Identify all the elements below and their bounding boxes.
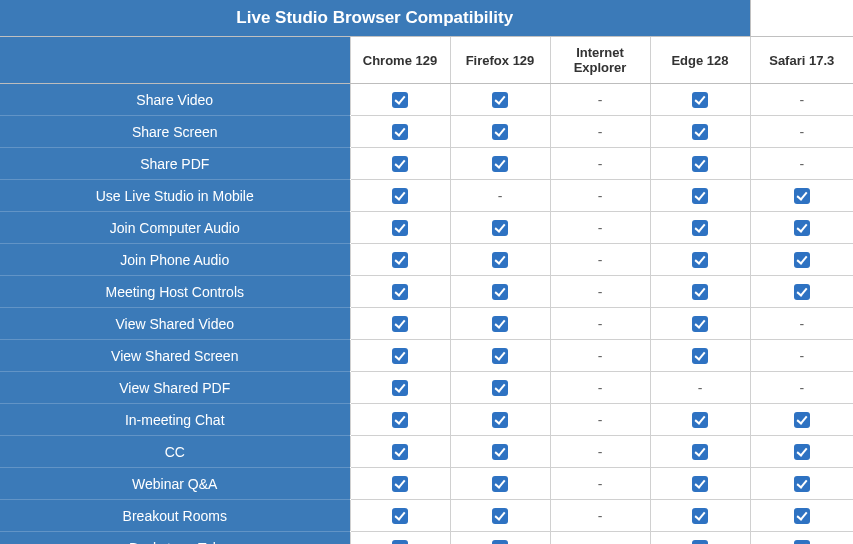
check-icon [492,220,508,236]
check-icon [692,348,708,364]
dash-icon: - [799,316,804,332]
check-icon [692,252,708,268]
check-icon [392,348,408,364]
value-cell: - [550,532,650,545]
col-header: Edge 128 [650,37,750,84]
table-row: Share Video-- [0,84,853,116]
dash-icon: - [598,380,603,396]
check-icon [392,124,408,140]
check-icon [692,508,708,524]
value-cell [450,372,550,404]
value-cell: - [550,404,650,436]
value-cell [650,500,750,532]
value-cell [450,276,550,308]
table-row: Backstage Tab- [0,532,853,545]
col-header: Chrome 129 [350,37,450,84]
value-cell [650,180,750,212]
value-cell: - [550,468,650,500]
value-cell: - [550,116,650,148]
column-header-row: Chrome 129 Firefox 129 Internet Explorer… [0,37,853,84]
value-cell [450,212,550,244]
value-cell: - [650,372,750,404]
check-icon [794,508,810,524]
value-cell: - [750,148,853,180]
dash-icon: - [598,188,603,204]
table-row: Share PDF-- [0,148,853,180]
check-icon [392,316,408,332]
check-icon [492,412,508,428]
value-cell [650,116,750,148]
check-icon [794,540,810,544]
col-header: Safari 17.3 [750,37,853,84]
feature-label: Join Phone Audio [0,244,350,276]
table-row: In-meeting Chat- [0,404,853,436]
check-icon [492,284,508,300]
feature-label: Share PDF [0,148,350,180]
value-cell [450,436,550,468]
value-cell: - [550,276,650,308]
table-row: Join Computer Audio- [0,212,853,244]
value-cell [450,500,550,532]
check-icon [794,476,810,492]
dash-icon: - [598,124,603,140]
feature-label: Share Screen [0,116,350,148]
dash-icon: - [598,92,603,108]
value-cell [450,84,550,116]
value-cell [350,84,450,116]
value-cell [750,404,853,436]
value-cell: - [750,340,853,372]
value-cell: - [550,212,650,244]
value-cell: - [550,148,650,180]
feature-label: In-meeting Chat [0,404,350,436]
value-cell [750,180,853,212]
feature-label: Share Video [0,84,350,116]
value-cell [450,148,550,180]
value-cell [350,340,450,372]
value-cell [650,244,750,276]
check-icon [692,412,708,428]
value-cell [650,84,750,116]
value-cell [750,532,853,545]
value-cell [450,404,550,436]
check-icon [392,188,408,204]
dash-icon: - [598,348,603,364]
check-icon [692,220,708,236]
check-icon [794,188,810,204]
value-cell: - [550,308,650,340]
value-cell [450,308,550,340]
value-cell: - [750,116,853,148]
value-cell [650,148,750,180]
value-cell [650,532,750,545]
table-row: Share Screen-- [0,116,853,148]
check-icon [692,540,708,544]
value-cell: - [550,180,650,212]
check-icon [492,252,508,268]
value-cell: - [550,84,650,116]
table-row: Breakout Rooms- [0,500,853,532]
table-title: Live Studio Browser Compatibility [0,0,750,37]
check-icon [492,92,508,108]
value-cell [350,212,450,244]
value-cell [350,308,450,340]
feature-label: Breakout Rooms [0,500,350,532]
feature-label: Join Computer Audio [0,212,350,244]
check-icon [392,540,408,544]
table-row: View Shared Video-- [0,308,853,340]
table-row: View Shared Screen-- [0,340,853,372]
check-icon [692,156,708,172]
check-icon [392,220,408,236]
dash-icon: - [598,508,603,524]
value-cell [350,276,450,308]
dash-icon: - [598,412,603,428]
check-icon [492,444,508,460]
col-header: Internet Explorer [550,37,650,84]
value-cell [350,116,450,148]
check-icon [692,188,708,204]
value-cell [750,212,853,244]
value-cell [350,436,450,468]
dash-icon: - [598,252,603,268]
table-row: Join Phone Audio- [0,244,853,276]
check-icon [794,220,810,236]
dash-icon: - [598,156,603,172]
dash-icon: - [799,348,804,364]
